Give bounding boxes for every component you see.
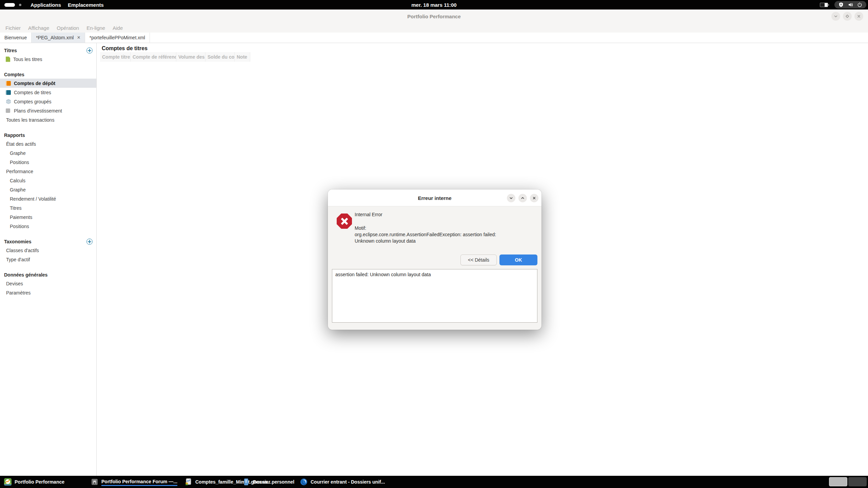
error-dialog: Erreur interne Internal Error Motif: org… bbox=[328, 189, 541, 330]
activities-pill[interactable] bbox=[4, 3, 15, 7]
sidebar-item-comptes-groupes[interactable]: Comptes groupés bbox=[0, 97, 96, 106]
column-compte-de-reference[interactable]: Compte de référence bbox=[131, 52, 176, 62]
dialog-titlebar: Erreur interne bbox=[328, 189, 541, 206]
workspace-1[interactable] bbox=[829, 477, 847, 486]
tab-label: *portefeuillePPoMimet.xml bbox=[90, 35, 145, 40]
sidebar-item-titres-performance[interactable]: Titres bbox=[0, 203, 96, 212]
window-titlebar: Portfolio Performance bbox=[0, 9, 868, 23]
sidebar-item-parametres[interactable]: Paramètres bbox=[0, 288, 96, 297]
menu-aide[interactable]: Aide bbox=[109, 23, 126, 33]
column-volume[interactable]: Volume des d bbox=[176, 52, 205, 62]
taskbar-item-dossier-personnel[interactable]: Dossier personnel bbox=[242, 476, 294, 488]
tab-portefeuille-ppomimet[interactable]: *portefeuillePPoMimet.xml bbox=[85, 33, 150, 43]
item-label: Titres bbox=[10, 205, 21, 211]
volume-icon[interactable] bbox=[848, 2, 853, 7]
tab-bienvenue[interactable]: Bienvenue bbox=[0, 33, 32, 43]
section-label: Titres bbox=[4, 48, 17, 53]
taskbar-item-forum[interactable]: Portfolio Performance Forum —... bbox=[91, 476, 177, 488]
window-title: Portfolio Performance bbox=[407, 9, 461, 23]
item-label: Positions bbox=[10, 160, 29, 165]
section-label: Rapports bbox=[4, 133, 25, 138]
sidebar-section-comptes: Comptes bbox=[0, 70, 96, 79]
section-label: Données générales bbox=[4, 272, 47, 278]
sidebar-item-performance[interactable]: Performance bbox=[0, 167, 96, 176]
item-label: Positions bbox=[10, 224, 29, 229]
column-compte-titres[interactable]: Compte titres bbox=[100, 52, 131, 62]
sidebar-item-comptes-de-titres[interactable]: Comptes de titres bbox=[0, 88, 96, 97]
sidebar-item-tous-les-titres[interactable]: Tous les titres bbox=[0, 55, 96, 64]
sidebar-item-devises[interactable]: Devises bbox=[0, 279, 96, 288]
deposit-accounts-icon bbox=[6, 81, 11, 86]
menu-affichage[interactable]: Affichage bbox=[24, 23, 53, 33]
sidebar-item-toutes-les-transactions[interactable]: Toutes les transactions bbox=[0, 115, 96, 124]
sidebar-item-positions-actifs[interactable]: Positions bbox=[0, 158, 96, 167]
sidebar-item-classes-actifs[interactable]: Classes d'actifs bbox=[0, 246, 96, 255]
item-label: Type d'actif bbox=[6, 257, 30, 262]
section-label: Comptes bbox=[4, 72, 24, 77]
editor-tabbar: Bienvenue *PEG_Alstom.xml × *portefeuill… bbox=[0, 33, 868, 43]
sidebar-item-graphe-actifs[interactable]: Graphe bbox=[0, 148, 96, 158]
taskbar-item-courrier[interactable]: Courrier entrant - Dossiers unif... bbox=[300, 476, 385, 488]
item-label: Comptes de titres bbox=[14, 90, 51, 95]
grouped-accounts-icon bbox=[6, 99, 11, 104]
places-menu[interactable]: Emplacements bbox=[66, 0, 106, 9]
ok-button[interactable]: OK bbox=[499, 255, 537, 265]
item-label: Paramètres bbox=[6, 290, 31, 296]
menu-en-ligne[interactable]: En-ligne bbox=[83, 23, 109, 33]
table-header-row: Compte titres Compte de référence Volume… bbox=[100, 52, 250, 62]
shield-icon[interactable] bbox=[839, 2, 844, 7]
item-label: Comptes groupés bbox=[14, 99, 52, 104]
column-solde[interactable]: Solde du com bbox=[205, 52, 235, 62]
close-button[interactable] bbox=[854, 12, 863, 21]
investment-plans-icon bbox=[6, 108, 10, 113]
clock[interactable]: mer. 18 mars 11:00 bbox=[411, 0, 456, 9]
maximize-button[interactable] bbox=[843, 12, 852, 21]
taskbar-label: Dossier personnel bbox=[253, 479, 294, 485]
details-button[interactable]: << Détails bbox=[460, 255, 497, 265]
file-manager-icon bbox=[242, 478, 250, 486]
applications-menu[interactable]: Applications bbox=[28, 0, 63, 9]
sidebar-item-graphe-performance[interactable]: Graphe bbox=[0, 185, 96, 194]
add-taxonomy-icon[interactable] bbox=[86, 239, 93, 245]
sidebar-item-comptes-de-depot[interactable]: Comptes de dépôt bbox=[0, 79, 96, 88]
tab-close-icon[interactable]: × bbox=[77, 35, 80, 40]
power-icon[interactable] bbox=[857, 2, 862, 7]
battery-icon bbox=[820, 3, 828, 7]
item-label: Graphe bbox=[10, 187, 26, 192]
sidebar-item-etat-des-actifs[interactable]: État des actifs bbox=[0, 139, 96, 148]
dialog-maximize-button[interactable] bbox=[518, 194, 527, 202]
taskbar-label: Courrier entrant - Dossiers unif... bbox=[311, 479, 385, 485]
page-title: Comptes de titres bbox=[102, 45, 147, 52]
menu-fichier[interactable]: Fichier bbox=[2, 23, 24, 33]
window-list-taskbar: Portfolio Performance Portfolio Performa… bbox=[0, 476, 868, 488]
system-tray[interactable] bbox=[834, 1, 866, 8]
sidebar-section-taxonomies: Taxonomies bbox=[0, 238, 96, 246]
minimize-button[interactable] bbox=[831, 12, 840, 21]
column-note[interactable]: Note bbox=[235, 52, 250, 62]
error-details-textarea[interactable]: assertion failed: Unknown column layout … bbox=[332, 269, 537, 323]
menu-operation[interactable]: Opération bbox=[53, 23, 83, 33]
taskbar-label: Portfolio Performance Forum —... bbox=[101, 478, 177, 486]
workspace-2[interactable] bbox=[848, 477, 867, 486]
sidebar-item-rendement-volatilite[interactable]: Rendement / Volatilité bbox=[0, 194, 96, 203]
sidebar-section-rapports: Rapports bbox=[0, 131, 96, 139]
dialog-minimize-button[interactable] bbox=[507, 194, 515, 202]
tab-peg-alstom[interactable]: *PEG_Alstom.xml × bbox=[32, 33, 85, 43]
taskbar-item-portfolio-performance[interactable]: Portfolio Performance bbox=[4, 476, 64, 488]
taskbar-label: Portfolio Performance bbox=[15, 479, 64, 485]
workspace-switcher bbox=[829, 477, 867, 486]
add-security-icon[interactable] bbox=[86, 47, 93, 54]
sidebar-item-type-actif[interactable]: Type d'actif bbox=[0, 255, 96, 264]
sidebar-item-plans-investissement[interactable]: Plans d'investissement bbox=[0, 106, 96, 115]
sidebar-item-paiements[interactable]: Paiements bbox=[0, 212, 96, 222]
sidebar-section-titres: Titres bbox=[0, 46, 96, 55]
dialog-close-button[interactable] bbox=[530, 194, 538, 202]
error-heading: Internal Error bbox=[355, 212, 382, 217]
sidebar-item-calculs[interactable]: Calculs bbox=[0, 176, 96, 185]
item-label: Toutes les transactions bbox=[6, 117, 54, 123]
item-label: Plans d'investissement bbox=[14, 108, 62, 114]
item-label: Classes d'actifs bbox=[6, 248, 39, 253]
document-icon bbox=[6, 57, 10, 62]
securities-accounts-icon bbox=[6, 90, 11, 95]
sidebar-item-positions-performance[interactable]: Positions bbox=[0, 222, 96, 231]
